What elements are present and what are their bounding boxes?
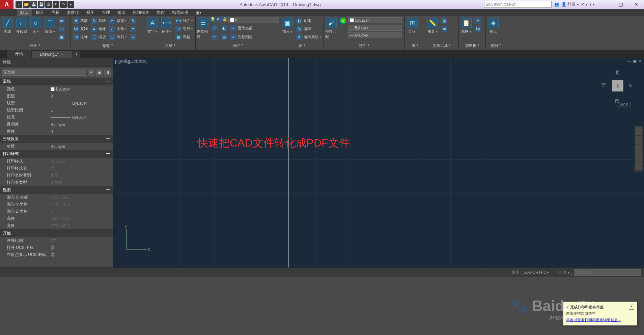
group-button[interactable]: ⊞组 — [405, 17, 419, 35]
selection-combo[interactable]: 无选择 — [2, 69, 86, 76]
linear-button[interactable]: ⟷线性 — [174, 17, 194, 24]
copy-button[interactable]: ⿻复制 — [72, 25, 89, 32]
layer-prev-icon[interactable]: ↶ — [210, 33, 219, 41]
nav-zoom-icon[interactable] — [635, 145, 642, 153]
tab-drawing1[interactable]: Drawing1*✕ — [32, 51, 72, 58]
create-block-button[interactable]: ◧创建 — [295, 17, 323, 24]
calc-icon[interactable]: ▦ — [440, 17, 449, 24]
prop-transparency[interactable]: 透明度ByLayer — [0, 121, 113, 128]
text-button[interactable]: A文字 — [146, 17, 159, 35]
close-tab-icon[interactable]: ✕ — [61, 53, 64, 56]
prop-layer[interactable]: 图层0 — [0, 93, 113, 100]
nav-showmotion-icon[interactable] — [635, 162, 642, 170]
prop-annoscale[interactable]: 注释比例1:1 — [0, 237, 113, 244]
panel-group-title[interactable]: 组 — [405, 43, 424, 49]
balloon-link[interactable]: 单击以查看打印和发布详细信息... — [566, 317, 634, 323]
category-view[interactable]: 视图— — [0, 186, 113, 194]
freeze-icon[interactable]: ❄ — [216, 17, 222, 22]
menu-insert[interactable]: 插入 — [32, 9, 47, 16]
balloon-close-icon[interactable]: ✕ — [629, 305, 634, 310]
menu-view[interactable]: 视图 — [83, 9, 98, 16]
rotate-button[interactable]: ↻旋转 — [90, 17, 107, 24]
viewcube-top[interactable]: 上 — [612, 80, 623, 92]
command-input[interactable] — [574, 269, 641, 276]
match-layer-button[interactable]: ≡匹配图层 — [229, 33, 254, 41]
search-input[interactable] — [484, 1, 552, 8]
lock-icon[interactable]: 🔒 — [222, 17, 228, 22]
circle-button[interactable]: ○圆 — [29, 17, 43, 35]
layer-combo[interactable]: 0 — [228, 17, 279, 23]
menu-collab[interactable]: 协作 — [153, 9, 168, 16]
copy-clip-icon[interactable]: ⿻ — [474, 25, 482, 32]
close-button[interactable]: ✕ — [628, 0, 644, 9]
new-tab-button[interactable]: + — [73, 51, 80, 58]
exchange-icon[interactable]: ✕ ▾ — [581, 2, 587, 7]
line-button[interactable]: ╱直线 — [1, 17, 14, 35]
viewport-label[interactable]: [-][俯视][二维线框] — [115, 59, 147, 65]
ucs-icon[interactable]: YX — [123, 226, 150, 254]
undo-icon[interactable]: ↶ — [53, 1, 59, 8]
insert-block-button[interactable]: ▣插入 — [281, 17, 294, 35]
open-icon[interactable]: 📂 — [23, 1, 30, 8]
stretch-button[interactable]: ⇲拉伸 — [72, 33, 89, 41]
qat-more-icon[interactable]: ▾ — [67, 1, 74, 8]
table-button[interactable]: ▦表格 — [174, 33, 194, 41]
prop-color[interactable]: 颜色ByLayer — [0, 85, 113, 93]
wcs-label[interactable]: WCS — [617, 102, 631, 107]
offset-icon[interactable]: ⊆ — [129, 33, 138, 41]
panel-view-title[interactable]: 视图 — [486, 43, 505, 49]
fillet-button[interactable]: ⌐圆角 — [108, 25, 128, 32]
measure-button[interactable]: 📏测量 — [426, 17, 439, 35]
nav-orbit-icon[interactable] — [635, 153, 642, 161]
dimension-button[interactable]: ⟷标注 — [160, 17, 173, 35]
layer-off-icon[interactable]: ◐ — [220, 24, 228, 32]
bulb-icon[interactable]: 💡 — [210, 17, 216, 22]
match-props-button[interactable]: 🖌特性匹配 — [325, 17, 338, 40]
color-combo[interactable]: ByLayer — [348, 17, 402, 23]
maximize-button[interactable]: ▢ — [613, 0, 628, 9]
edit-attr-button[interactable]: A编辑属性 — [295, 33, 323, 41]
panel-annot-title[interactable]: 注释 — [146, 43, 195, 49]
menu-expand-icon[interactable]: ▣▾ — [192, 9, 205, 16]
vp-restore-icon[interactable]: ▣ — [633, 59, 637, 63]
category-3d[interactable]: 三维效果— — [0, 135, 113, 143]
mirror-button[interactable]: ▲镜像 — [90, 25, 107, 32]
drawing-canvas[interactable]: [-][俯视][二维线框] — ▣ ✕ 快速把CAD文件转化成PDF文件 YX … — [113, 58, 644, 267]
scale-button[interactable]: ⛶缩放 — [90, 33, 107, 41]
signin-button[interactable]: 👤 登录 ▾ — [561, 2, 579, 7]
redo-icon[interactable]: ↷ — [60, 1, 67, 8]
menu-annotate[interactable]: 注释 — [48, 9, 63, 16]
prop-ucsorigin[interactable]: 在原点显示 UCS 图标是 — [0, 251, 113, 258]
app-logo[interactable]: A — [0, 0, 13, 9]
prop-thickness[interactable]: 厚度0 — [0, 128, 113, 135]
linetype-combo[interactable]: — ByLayer — [348, 32, 402, 38]
ellipse-icon[interactable]: ⬭ — [57, 25, 66, 32]
new-icon[interactable]: ▫ — [16, 1, 22, 8]
erase-icon[interactable]: ✎ — [129, 17, 138, 24]
infocenter-icon[interactable]: 👥 — [554, 2, 559, 7]
tab-start[interactable]: 开始 — [7, 50, 31, 58]
prop-ucsicon[interactable]: 打开 UCS 图标是 — [0, 244, 113, 251]
array-button[interactable]: ⿲阵列 — [108, 33, 128, 41]
arc-button[interactable]: ⌒圆弧 — [43, 17, 57, 35]
cmd-close-icon[interactable]: ✕ — [558, 270, 562, 275]
select-objects-icon[interactable]: ▣ — [96, 69, 103, 76]
category-general[interactable]: 常规— — [0, 78, 113, 85]
menu-default[interactable]: 默认 — [17, 9, 32, 16]
polyline-button[interactable]: ⌐多段线 — [15, 17, 28, 35]
color-wheel-icon[interactable]: ● — [339, 17, 347, 24]
rect-icon[interactable]: ▭ — [57, 17, 66, 24]
prop-lineweight[interactable]: 线宽 ByLayer — [0, 114, 113, 121]
panel-draw-title[interactable]: 绘图 — [1, 43, 70, 49]
nav-wheel-icon[interactable] — [635, 127, 642, 135]
vp-minimize-icon[interactable]: — — [627, 59, 631, 63]
save-icon[interactable]: 💾 — [30, 1, 37, 8]
toggle-pim-icon[interactable]: ◨ — [104, 69, 111, 76]
panel-clip-title[interactable]: 剪贴板 — [459, 43, 485, 49]
menu-featured[interactable]: 精选应用 — [169, 9, 192, 16]
trim-button[interactable]: ✂修剪 — [108, 17, 128, 24]
vp-close-icon[interactable]: ✕ — [639, 59, 642, 63]
nav-pan-icon[interactable] — [635, 136, 642, 144]
saveas-icon[interactable]: 💾 — [38, 1, 45, 8]
help-icon[interactable]: ? ▾ — [589, 2, 595, 7]
